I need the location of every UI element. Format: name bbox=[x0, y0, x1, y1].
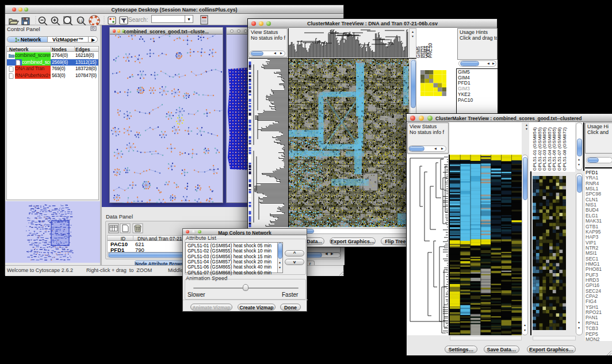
svg-text:PAC10: PAC10 bbox=[427, 43, 433, 58]
svg-text:GPL51-08 (GSM872): GPL51-08 (GSM872) bbox=[562, 127, 567, 171]
svg-text:1:1: 1:1 bbox=[78, 19, 83, 22]
